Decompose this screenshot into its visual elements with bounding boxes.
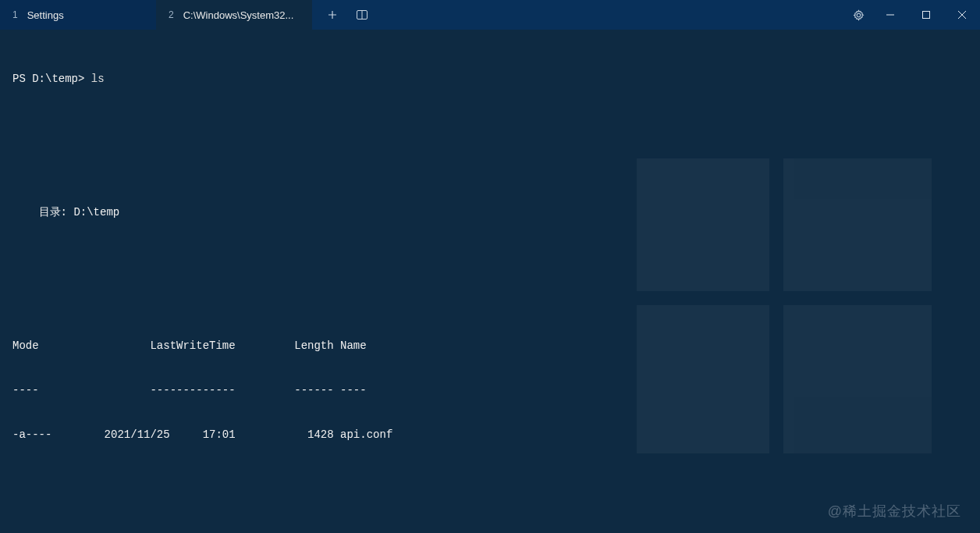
minimize-icon — [886, 11, 894, 19]
tab-settings[interactable]: 1 Settings — [0, 0, 156, 30]
output-line — [12, 472, 968, 487]
close-icon — [958, 11, 966, 19]
tab-index: 2 — [169, 9, 174, 20]
svg-rect-3 — [923, 12, 930, 19]
maximize-icon — [922, 11, 930, 19]
tab-powershell[interactable]: 2 C:\Windows\System32... — [156, 0, 312, 30]
minimize-button[interactable] — [872, 0, 908, 30]
tab-label: Settings — [27, 9, 64, 21]
output-line — [12, 116, 968, 131]
windows-logo-watermark — [637, 158, 933, 455]
split-pane-button[interactable] — [348, 0, 376, 30]
split-icon — [357, 10, 368, 20]
settings-button[interactable] — [844, 0, 872, 30]
output-line — [12, 517, 968, 531]
new-tab-button[interactable] — [318, 0, 346, 30]
titlebar: 1 Settings 2 C:\Windows\System32... — [0, 0, 980, 30]
prompt-line: PS D:\temp> ls — [12, 72, 968, 87]
tab-label: C:\Windows\System32... — [183, 9, 294, 21]
watermark-text: @稀土掘金技术社区 — [828, 502, 961, 521]
maximize-button[interactable] — [908, 0, 944, 30]
tab-index: 1 — [12, 9, 18, 20]
titlebar-spacer[interactable] — [376, 0, 844, 30]
close-button[interactable] — [944, 0, 980, 30]
window-controls — [872, 0, 980, 30]
gear-icon — [853, 9, 865, 21]
plus-icon — [328, 10, 337, 20]
tab-actions — [312, 0, 376, 30]
command: ls — [91, 73, 105, 85]
prompt: PS D:\temp> — [12, 73, 91, 85]
